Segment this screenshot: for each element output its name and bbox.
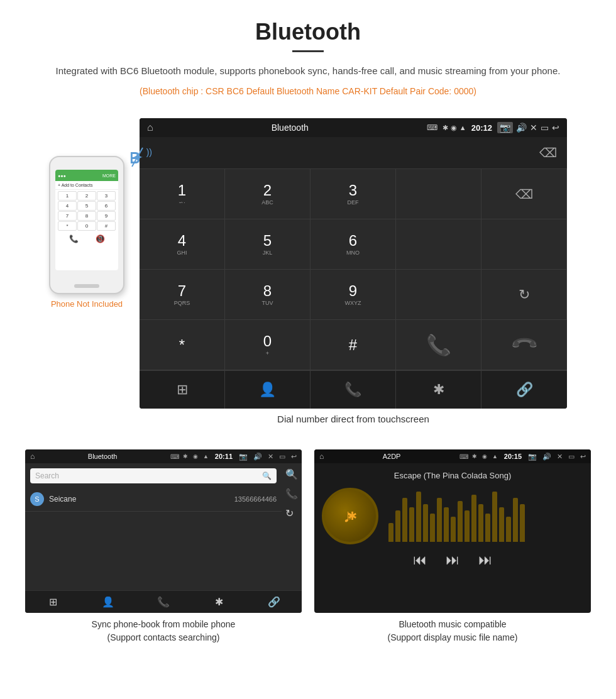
pb-nav: ⊞ 👤 📞 ✱ 🔗 [25, 590, 302, 613]
pb-status-bar: ⌂ Bluetooth ⌨ ✱ ◉ ▲ 20:11 📷 🔊 ✕ ▭ ↩ [25, 449, 302, 463]
key-call-green[interactable]: 📞 [396, 320, 481, 370]
key-9[interactable]: 9 WXYZ [311, 270, 396, 320]
key-call-red[interactable]: 📞 [481, 320, 567, 370]
key-hash[interactable]: # [311, 320, 396, 370]
phonebook-caption-line1: Sync phone-book from mobile phone [92, 619, 236, 629]
a2dp-close-icon[interactable]: ✕ [557, 453, 563, 461]
pb-search-icon: 🔍 [262, 471, 272, 480]
key-4[interactable]: 4 GHI [140, 219, 225, 270]
key-star[interactable]: * [140, 320, 225, 370]
pb-bt-icon: ✱ [183, 453, 188, 460]
call-green-icon: 📞 [426, 333, 451, 357]
a2dp-caption-line1: Bluetooth music compatible [399, 619, 506, 629]
eq-bar [458, 501, 463, 542]
a2dp-controls: ⏮ ⏭ ⏭ [322, 544, 583, 572]
refresh-icon: ↻ [519, 287, 530, 303]
phone-image-container: ✦ )) ʙ ●●● MORE + Add to Contacts 1 [49, 118, 124, 309]
backspace-icon[interactable]: ⌫ [539, 145, 557, 160]
nav-keypad[interactable]: ⊞ [140, 371, 225, 409]
pb-avatar: S [30, 492, 44, 506]
key-6[interactable]: 6 MNO [311, 219, 396, 270]
phone-screen: ●●● MORE + Add to Contacts 1 2 3 4 5 6 7… [55, 170, 118, 270]
phone-contact: + Add to Contacts [55, 181, 118, 190]
a2dp-title: A2DP [327, 453, 456, 460]
a2dp-equalizer [388, 488, 583, 544]
a2dp-art-area: ♪ ✱ [322, 488, 583, 544]
a2dp-back-icon[interactable]: ↩ [580, 453, 586, 461]
a2dp-home-icon[interactable]: ⌂ [319, 452, 324, 461]
key-2[interactable]: 2 ABC [225, 169, 311, 219]
key-0[interactable]: 0 + [225, 320, 311, 370]
close-icon[interactable]: ✕ [530, 123, 537, 133]
key-8[interactable]: 8 TUV [225, 270, 311, 320]
a2dp-song-title: Escape (The Pina Colada Song) [394, 471, 511, 480]
key-5[interactable]: 5 JKL [225, 219, 311, 270]
bluetooth-float-icon: ✦ )) ʙ [132, 150, 143, 166]
pb-contact-row[interactable]: S Seicane 13566664466 [25, 487, 282, 512]
key-7[interactable]: 7 PQRS [140, 270, 225, 320]
a2dp-next-icon[interactable]: ⏭ [478, 552, 492, 568]
call-red-icon: 📞 [509, 330, 539, 360]
key-refresh[interactable]: ↻ [481, 270, 567, 320]
status-icons: ✱ ◉ ▲ [443, 124, 466, 132]
pb-side-refresh-icon[interactable]: ↻ [285, 507, 298, 519]
pb-nav-calls[interactable]: 📞 [136, 591, 191, 613]
page-specs: (Bluetooth chip : CSR BC6 Default Blueto… [38, 84, 578, 99]
phonebook-block: ⌂ Bluetooth ⌨ ✱ ◉ ▲ 20:11 📷 🔊 ✕ ▭ ↩ [25, 449, 302, 644]
eq-bar [437, 498, 442, 542]
page-description: Integrated with BC6 Bluetooth module, su… [38, 63, 578, 79]
window-icon: ▭ [541, 123, 549, 133]
bottom-screenshots: ⌂ Bluetooth ⌨ ✱ ◉ ▲ 20:11 📷 🔊 ✕ ▭ ↩ [0, 449, 616, 657]
nav-settings[interactable]: 🔗 [481, 371, 567, 409]
a2dp-album-art: ♪ ✱ [322, 488, 378, 544]
a2dp-prev-icon[interactable]: ⏮ [413, 552, 427, 568]
backspace-key-icon: ⌫ [515, 187, 533, 202]
a2dp-screenshot: ⌂ A2DP ⌨ ✱ ◉ ▲ 20:15 📷 🔊 ✕ ▭ ↩ Escape (T… [314, 449, 591, 613]
pb-vol-icon: 🔊 [253, 453, 262, 461]
a2dp-screen-inner: ⌂ A2DP ⌨ ✱ ◉ ▲ 20:15 📷 🔊 ✕ ▭ ↩ Escape (T… [314, 449, 591, 613]
eq-bar [395, 510, 400, 542]
bt-diagonal-icon: ʙ [129, 145, 148, 170]
pb-search-bar[interactable]: Search 🔍 [30, 468, 277, 483]
pb-side-search-icon[interactable]: 🔍 [285, 468, 298, 480]
eq-bar [478, 504, 483, 542]
pb-close-icon[interactable]: ✕ [268, 453, 273, 461]
phone-not-included-label: Phone Not Included [51, 299, 123, 309]
key-1[interactable]: 1 ∽∙ [140, 169, 225, 219]
nav-bluetooth[interactable]: ✱ [396, 371, 481, 409]
nav-calls[interactable]: 📞 [311, 371, 396, 409]
phonebook-screenshot: ⌂ Bluetooth ⌨ ✱ ◉ ▲ 20:11 📷 🔊 ✕ ▭ ↩ [25, 449, 302, 613]
key-3[interactable]: 3 DEF [311, 169, 396, 219]
eq-bar [506, 517, 511, 542]
a2dp-sig-icon: ▲ [492, 453, 498, 460]
pb-nav-contacts[interactable]: 👤 [80, 591, 136, 613]
pb-side-call-icon[interactable]: 📞 [285, 488, 298, 500]
signal-icon: ▲ [459, 124, 466, 131]
a2dp-play-pause-icon[interactable]: ⏭ [446, 552, 459, 568]
pb-loc-icon: ◉ [193, 453, 198, 460]
home-icon[interactable]: ⌂ [147, 122, 153, 133]
pb-usb-icon: ⌨ [170, 453, 179, 460]
a2dp-usb-icon: ⌨ [459, 453, 468, 460]
bluetooth-status-icon: ✱ [443, 124, 448, 132]
pb-back-icon[interactable]: ↩ [291, 453, 297, 461]
key-backspace-2[interactable]: ⌫ [481, 169, 567, 219]
pb-time: 20:11 [215, 453, 233, 460]
a2dp-block: ⌂ A2DP ⌨ ✱ ◉ ▲ 20:15 📷 🔊 ✕ ▭ ↩ Escape (T… [314, 449, 591, 644]
status-time: 20:12 [471, 123, 492, 133]
title-underline [292, 50, 324, 52]
pb-nav-keypad[interactable]: ⊞ [25, 591, 80, 613]
pb-home-icon[interactable]: ⌂ [30, 452, 35, 461]
nav-contacts[interactable]: 👤 [225, 371, 311, 409]
back-icon[interactable]: ↩ [552, 123, 559, 133]
a2dp-vol-icon: 🔊 [542, 453, 551, 461]
dial-caption: Dial number direct from touchscreen [277, 409, 429, 437]
dial-status-bar: ⌂ Bluetooth ⌨ ✱ ◉ ▲ 20:12 📷 🔊 ✕ ▭ ↩ [140, 118, 567, 137]
eq-bar [402, 498, 407, 542]
pb-nav-link[interactable]: 🔗 [246, 591, 302, 613]
eq-bar [444, 507, 449, 542]
phone-keypad-mini: 1 2 3 4 5 6 7 8 9 * 0 # [55, 190, 118, 232]
eq-bar [492, 492, 497, 542]
pb-nav-bt[interactable]: ✱ [191, 591, 246, 613]
eq-bar [520, 504, 525, 542]
